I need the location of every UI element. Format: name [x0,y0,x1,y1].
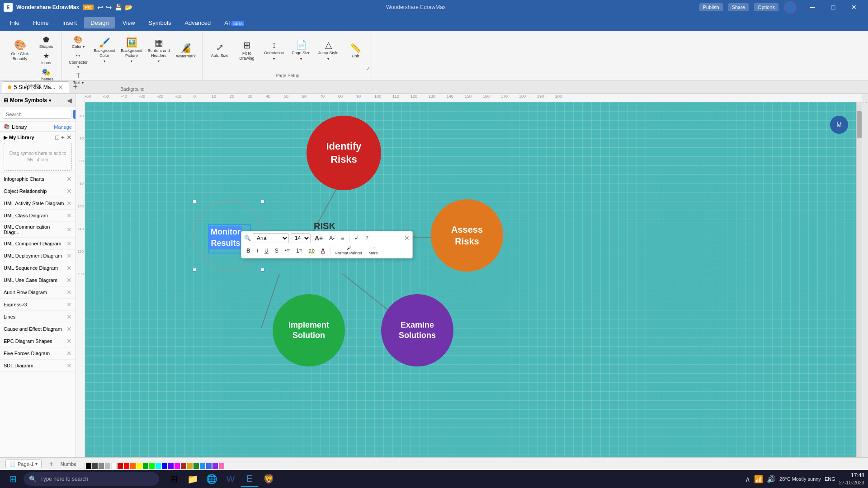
color-royalblue[interactable] [206,463,212,469]
symbol-item[interactable]: EPC Diagram Shapes✕ [0,335,75,347]
menu-ai[interactable]: AI BETA [218,17,250,28]
background-color-btn[interactable]: 🖌️ Background Color ▾ [92,34,117,67]
symbol-remove-btn[interactable]: ✕ [66,252,72,259]
taskbar-search[interactable]: 🔍 Type here to search [24,472,159,486]
profile-btn[interactable]: M [830,116,848,134]
new-lib-btn[interactable]: □ [55,134,59,141]
italic-btn[interactable]: I [255,247,260,255]
symbol-item[interactable]: Infographic Charts✕ [0,173,75,185]
symbol-item[interactable]: UML Activity State Diagram✕ [0,197,75,210]
symbol-item[interactable]: SDL Diagram✕ [0,360,75,372]
font-family-select[interactable]: Arial [253,233,289,243]
icons-btn[interactable]: ★ Icons [34,51,58,66]
color-red[interactable] [124,463,129,469]
assess-risks-node[interactable]: AssessRisks [431,199,503,272]
undo-btn[interactable]: ↩ [97,3,103,12]
scroll-thumb[interactable] [857,111,862,138]
redo-btn[interactable]: ↪ [106,3,112,12]
chevron-up-icon[interactable]: ∧ [745,475,750,483]
symbol-item[interactable]: Object Relationship✕ [0,185,75,197]
color-white[interactable] [111,463,117,469]
resize-handle-tl[interactable] [193,200,196,203]
jump-style-dropdown[interactable]: ▾ [327,57,329,61]
open-btn[interactable]: 📂 [125,4,132,11]
symbol-remove-btn[interactable]: ✕ [66,325,72,333]
borders-headers-btn[interactable]: ▦ Borders and Headers ▾ [146,34,171,67]
more-btn[interactable]: ⋯ More [366,245,380,256]
font-decrease-btn[interactable]: A- [327,234,337,242]
color-gray[interactable] [99,463,104,469]
taskbar-edraw[interactable]: E [241,471,259,487]
taskbar-word[interactable]: W [222,471,240,487]
text-style-btn[interactable]: T Text ▾ [66,71,90,86]
symbol-item[interactable]: Cause and Effect Diagram✕ [0,323,75,335]
orientation-btn[interactable]: ↕ Orientation ▾ [261,34,287,67]
page-tab-arrow[interactable]: ▾ [35,461,38,466]
maximize-btn[interactable]: □ [823,0,844,14]
symbol-item[interactable]: Express-G✕ [0,299,75,311]
color-btn[interactable]: 🎨 Color ▾ [66,34,90,50]
symbol-item[interactable]: Five Forces Diagram✕ [0,347,75,360]
symbol-remove-btn[interactable]: ✕ [66,226,72,233]
color-cyan[interactable] [156,463,161,469]
vertical-scrollbar[interactable] [856,102,862,457]
save-btn[interactable]: 💾 [114,4,122,11]
symbol-item[interactable]: UML Sequence Diagram✕ [0,262,75,274]
symbol-remove-btn[interactable]: ✕ [66,264,72,272]
symbol-remove-btn[interactable]: ✕ [66,362,72,369]
symbol-item[interactable]: UML Deployment Diagram✕ [0,250,75,262]
symbol-remove-btn[interactable]: ✕ [66,212,72,219]
minimize-btn[interactable]: ─ [802,0,823,14]
symbol-remove-btn[interactable]: ✕ [66,175,72,183]
color-forestgreen[interactable] [193,463,199,469]
network-icon[interactable]: 📶 [754,475,763,483]
bg-color-dropdown[interactable]: ▾ [104,59,105,63]
symbol-remove-btn[interactable]: ✕ [66,289,72,296]
orientation-dropdown[interactable]: ▾ [273,57,275,61]
bold-btn[interactable]: B [244,247,253,255]
strikethrough-btn[interactable]: S [273,247,281,255]
symbol-item[interactable]: Lines✕ [0,311,75,323]
toolbar-close-btn[interactable]: ✕ [404,235,410,242]
right-sidebar-icon[interactable]: ⋮ [863,100,868,105]
implement-solution-node[interactable]: ImplementSolution [273,294,345,366]
color-lightgray[interactable] [105,463,110,469]
manage-btn[interactable]: Manage [54,124,72,130]
page-size-dropdown[interactable]: ▾ [300,57,302,61]
connector-btn[interactable]: ↔ Connector ▾ [66,51,90,70]
symbol-item[interactable]: UML Class Diagram✕ [0,210,75,222]
color-red-dark[interactable] [118,463,123,469]
borders-dropdown[interactable]: ▾ [158,59,160,63]
add-page-btn[interactable]: + [49,460,53,468]
options-btn[interactable]: Options [754,3,778,11]
symbol-remove-btn[interactable]: ✕ [66,277,72,284]
menu-symbols[interactable]: Symbols [142,17,178,28]
examine-solutions-node[interactable]: ExamineSolutions [381,294,453,366]
no-fill-color[interactable] [78,463,85,469]
themes-btn[interactable]: 🎭 Themes [34,67,58,82]
color-brown[interactable] [181,463,186,469]
pagesetup-expand[interactable]: ⤢ [366,66,370,71]
menu-insert[interactable]: Insert [56,17,84,28]
color-yellow[interactable] [137,463,142,469]
page-size-btn[interactable]: 📄 Page Size ▾ [288,34,314,67]
shapes-btn[interactable]: ⬟ Shapes [34,34,58,50]
resize-handle-br[interactable] [261,268,264,272]
jump-style-btn[interactable]: △ Jump Style ▾ [316,34,341,67]
format-painter-btn[interactable]: 🖌 Format Painter [333,245,365,256]
tab-close-btn[interactable]: ✕ [58,84,63,91]
color-blueviolet[interactable] [212,463,218,469]
font-color-btn[interactable]: A [319,247,327,255]
fit-to-drawing-btn[interactable]: ⊞ Fit to Drawing [234,34,259,67]
symbol-remove-btn[interactable]: ✕ [66,350,72,357]
volume-icon[interactable]: 🔊 [767,475,776,483]
identify-risks-node[interactable]: IdentifyRisks [307,116,381,190]
color-hotpink[interactable] [219,463,224,469]
underline-btn[interactable]: U [262,247,271,255]
symbol-remove-btn[interactable]: ✕ [66,200,72,207]
color-goldenrod[interactable] [187,463,193,469]
search-input[interactable] [3,110,71,119]
symbol-remove-btn[interactable]: ✕ [66,338,72,345]
highlight-btn[interactable]: ab [307,247,317,255]
sidebar-dropdown-icon[interactable]: ▾ [49,98,51,103]
